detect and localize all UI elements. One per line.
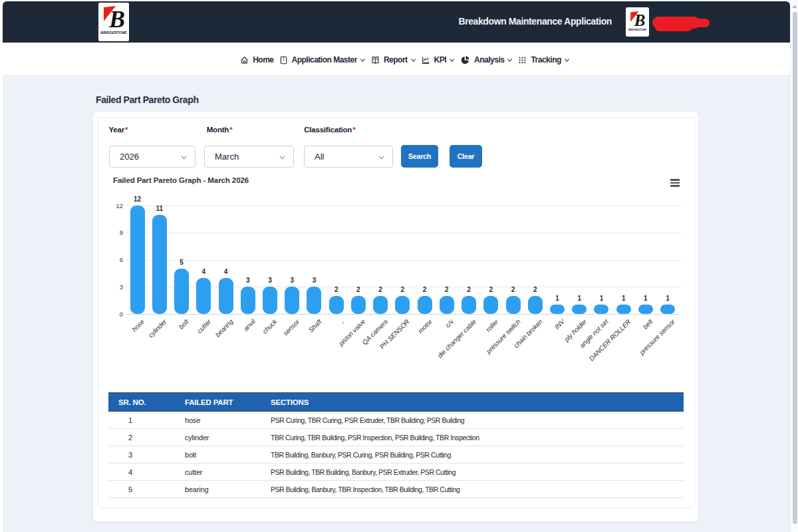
bar-INV[interactable]: [550, 305, 565, 314]
bar-Shaft[interactable]: [307, 287, 321, 314]
redacted-username: [652, 17, 700, 29]
cell-failed-part: hose: [173, 412, 261, 429]
bar-value-label: 2: [435, 286, 459, 293]
bar-angle not set[interactable]: [594, 305, 608, 314]
hamburger-menu-icon[interactable]: [667, 176, 683, 190]
bar-value-label: 4: [192, 268, 215, 275]
bar-hose[interactable]: [130, 205, 145, 314]
y-axis-tick-label: 3: [98, 283, 123, 291]
month-select[interactable]: March: [204, 146, 294, 168]
bar-value-label: 1: [612, 295, 636, 302]
bar-value-label: 3: [236, 277, 260, 284]
home-icon: [240, 56, 249, 65]
classification-select[interactable]: All: [304, 146, 393, 168]
cell-sr-no: 1: [108, 412, 173, 429]
bar-die changer cable[interactable]: [462, 296, 476, 314]
x-axis-category-label: motor: [416, 318, 434, 335]
nav-item-report[interactable]: Report: [371, 55, 416, 65]
chevron-down-icon: [360, 57, 366, 63]
cell-sr-no: 5: [108, 481, 173, 498]
bar-,[interactable]: [329, 296, 344, 314]
col-sr-no: SR. NO.: [108, 393, 173, 412]
classification-select-value: All: [315, 152, 324, 162]
bar-value-label: 1: [567, 295, 591, 302]
nav-item-tracking[interactable]: Tracking: [518, 55, 569, 65]
x-axis-category-label: cylinder: [147, 318, 168, 339]
cell-sr-no: 2: [108, 429, 173, 446]
bar-PH SENSOR[interactable]: [395, 296, 410, 314]
classification-label-text: Classification: [304, 126, 352, 134]
table-header: SR. NO. FAILED PART SECTIONS: [108, 393, 684, 412]
bar-roller[interactable]: [483, 296, 498, 314]
main-nav: HomeApplication MasterReportKPIAnalysisT…: [3, 43, 790, 76]
bar-value-label: 2: [390, 286, 414, 293]
app-title: Breakdown Maintenance Application: [3, 1, 612, 41]
bar-QA camera[interactable]: [373, 296, 388, 314]
clear-button[interactable]: Clear: [450, 145, 482, 168]
bar-ply holder[interactable]: [572, 305, 587, 314]
scrollbar-up-arrow: [792, 4, 797, 9]
nav-item-kpi[interactable]: KPI: [422, 55, 456, 65]
content-area: Failed Part Pareto Graph Year* Month* Cl…: [3, 76, 790, 532]
col-failed-part: FAILED PART: [173, 393, 261, 412]
bar-cylinder[interactable]: [152, 215, 167, 314]
chevron-down-icon: [378, 154, 385, 161]
bar-bolt[interactable]: [174, 269, 189, 314]
cell-failed-part: bearing: [173, 481, 261, 498]
x-axis-category-label: chuck: [261, 318, 279, 335]
application-master-icon: [279, 56, 288, 65]
bar-cutter[interactable]: [196, 278, 211, 314]
bar-value-label: 1: [656, 295, 680, 302]
bar-c/v[interactable]: [440, 296, 454, 314]
scrollbar-thumb[interactable]: [793, 12, 797, 524]
nav-item-label: Analysis: [474, 55, 504, 65]
nav-item-application-master[interactable]: Application Master: [279, 55, 366, 65]
nav-item-home[interactable]: Home: [240, 55, 273, 65]
bar-pressure switch[interactable]: [506, 296, 521, 314]
x-axis-category-label: bolt: [178, 318, 190, 331]
search-button[interactable]: Search: [401, 145, 438, 168]
kpi-icon: [422, 56, 430, 65]
x-axis-category-label: DANCER ROLLER: [587, 318, 632, 362]
chevron-down-icon: [507, 57, 513, 63]
bar-bearing[interactable]: [219, 278, 233, 314]
x-axis-category-label: die changer cable: [436, 318, 477, 359]
bar-value-label: 2: [325, 286, 348, 293]
nav-item-analysis[interactable]: Analysis: [460, 55, 513, 65]
bar-belt[interactable]: [638, 305, 653, 314]
report-icon: [371, 56, 380, 65]
chevron-down-icon: [279, 154, 286, 161]
x-axis-category-label: sensor: [281, 318, 301, 337]
analysis-icon: [460, 55, 470, 65]
vertical-scrollbar[interactable]: [790, 0, 798, 532]
x-axis-line: [126, 314, 681, 315]
bar-value-label: 1: [545, 295, 569, 302]
tracking-icon: [518, 56, 527, 65]
y-axis-tick-label: 6: [98, 256, 123, 263]
chevron-down-icon: [410, 57, 416, 63]
table-row: 3boltTBR Building, Banbury, PSR Curing, …: [108, 446, 684, 464]
svg-text:B: B: [634, 11, 646, 29]
classification-label: Classification*: [304, 126, 355, 134]
year-select-value: 2026: [120, 152, 139, 162]
y-axis-tick-label: 9: [98, 229, 123, 236]
bar-motor[interactable]: [418, 296, 432, 314]
nav-item-label: Tracking: [531, 55, 561, 65]
bar-anvil[interactable]: [241, 287, 255, 314]
menu-line: [670, 182, 680, 184]
gridline: [126, 205, 681, 206]
cell-sections: TBR Curing, TBR Building, PSR Inspection…: [261, 429, 684, 446]
bar-pressure sensor[interactable]: [660, 305, 675, 314]
year-select[interactable]: 2026: [109, 146, 196, 168]
menu-line: [670, 185, 680, 186]
x-axis-category-label: Shaft: [307, 318, 323, 334]
y-axis-tick-label: 12: [98, 202, 123, 209]
bar-value-label: 1: [634, 295, 658, 302]
bar-chain broken[interactable]: [528, 296, 543, 314]
bar-piston valve[interactable]: [351, 296, 366, 314]
bar-chuck[interactable]: [263, 287, 277, 314]
bar-DANCER ROLLER[interactable]: [616, 305, 631, 314]
bar-sensor[interactable]: [285, 287, 299, 314]
svg-text:BRIDGESTONE: BRIDGESTONE: [628, 29, 647, 31]
bar-value-label: 1: [589, 295, 613, 302]
